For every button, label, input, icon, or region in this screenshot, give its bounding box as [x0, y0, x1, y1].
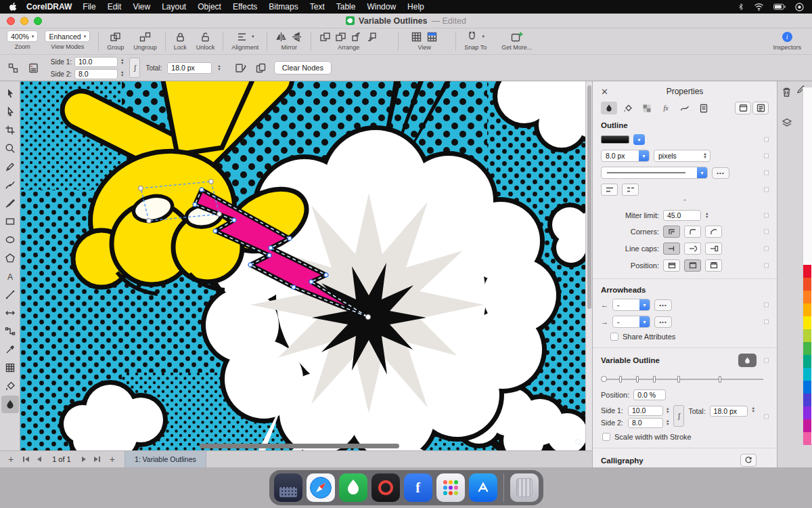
slider-tick[interactable] [653, 376, 656, 383]
menu-bitmaps[interactable]: Bitmaps [269, 2, 298, 12]
mirror-vertical-icon[interactable] [291, 31, 302, 43]
tab-curve[interactable] [677, 102, 693, 114]
wifi-icon[interactable] [754, 3, 764, 11]
ruler-grid-icon[interactable] [426, 31, 438, 43]
miter-limit-input[interactable]: 45.0 [663, 210, 701, 221]
dock-app-store[interactable] [469, 473, 497, 502]
outline-color-swatch[interactable] [601, 135, 629, 144]
vertical-scrollbar[interactable] [585, 81, 592, 450]
slider-tick[interactable] [636, 376, 639, 383]
dock-display-app[interactable] [274, 473, 302, 502]
total-input[interactable]: 18.0 px [167, 62, 212, 74]
vo-side1-input[interactable]: 10.0 [628, 406, 663, 416]
artistic-media-tool[interactable] [1, 194, 19, 212]
row-flag[interactable] [764, 171, 769, 175]
tab-transparency[interactable] [639, 102, 655, 114]
drawing-canvas[interactable] [20, 81, 585, 450]
edit-width-handles-button[interactable] [233, 60, 248, 75]
tab-outline[interactable] [601, 102, 617, 114]
shape-tool[interactable] [1, 103, 19, 121]
next-page-button[interactable] [82, 457, 86, 462]
menu-help[interactable]: Help [407, 2, 424, 12]
row-flag[interactable] [764, 358, 769, 363]
smart-fill-tool[interactable] [1, 377, 19, 395]
zoom-window-button[interactable] [34, 17, 42, 25]
bezier-tool[interactable] [1, 176, 19, 194]
side1-stepper[interactable]: ▲▼ [120, 58, 124, 65]
corner-bevel-button[interactable] [705, 226, 722, 238]
apple-menu-icon[interactable] [8, 2, 17, 12]
color-palette[interactable] [803, 87, 812, 444]
tab-document[interactable] [696, 102, 712, 114]
back-one-icon[interactable] [366, 31, 378, 43]
freehand-tool[interactable] [1, 158, 19, 175]
menu-text[interactable]: Text [310, 2, 325, 12]
slider-tick[interactable] [719, 376, 721, 383]
cap-butt-button[interactable] [663, 242, 680, 255]
palette-color[interactable] [803, 303, 811, 316]
palette-color[interactable] [803, 278, 811, 291]
palette-color[interactable] [803, 381, 811, 394]
ungroup-button[interactable]: Ungroup [133, 30, 157, 51]
variable-outline-toggle-button[interactable] [738, 354, 757, 367]
palette-color[interactable] [803, 316, 811, 329]
grid-icon[interactable] [411, 31, 422, 43]
corner-miter-button[interactable] [663, 226, 680, 238]
dock-safari[interactable] [307, 473, 335, 502]
group-button[interactable]: Group [107, 30, 124, 51]
outline-color-dropdown[interactable]: ▼ [633, 134, 645, 145]
arrow-start-more-button[interactable]: ••• [654, 299, 672, 311]
mesh-fill-tool[interactable] [1, 359, 19, 377]
add-page-after-button[interactable]: + [110, 454, 115, 465]
outline-width-combo[interactable]: 8.0 px▼ [601, 150, 650, 162]
side1-input[interactable]: 10.0 [74, 57, 118, 67]
row-flag[interactable] [764, 263, 769, 268]
position-center-button[interactable] [684, 259, 701, 272]
rectangle-tool[interactable] [1, 213, 19, 230]
menu-effects[interactable]: Effects [233, 2, 257, 12]
bluetooth-icon[interactable] [738, 2, 744, 12]
cap-square-button[interactable] [705, 242, 722, 255]
miter-stepper[interactable]: ▲▼ [705, 212, 708, 219]
corner-round-button[interactable] [684, 226, 701, 238]
palette-color[interactable] [803, 355, 811, 368]
row-flag[interactable] [764, 137, 769, 142]
variable-outline-slider[interactable] [601, 374, 763, 385]
unlock-button[interactable]: Unlock [196, 30, 215, 51]
delete-icon[interactable] [782, 87, 792, 100]
canvas-zoom-icon[interactable] [574, 438, 583, 450]
menu-object[interactable]: Object [198, 2, 221, 12]
polygon-tool[interactable] [1, 249, 19, 267]
arrow-end-more-button[interactable]: ••• [654, 316, 672, 328]
menu-edit[interactable]: Edit [108, 2, 122, 12]
side2-input[interactable]: 8.0 [74, 69, 118, 79]
close-window-button[interactable] [7, 17, 15, 25]
calligraphy-reset-button[interactable] [740, 454, 757, 467]
side2-stepper[interactable]: ▲▼ [120, 70, 124, 77]
dock-photo-paint[interactable] [371, 473, 400, 502]
position-outside-button[interactable] [705, 259, 722, 272]
vo-side2-stepper[interactable]: ▲▼ [666, 419, 669, 426]
lock-button[interactable]: Lock [174, 30, 187, 51]
total-stepper[interactable]: ▲▼ [217, 64, 221, 71]
dock-launchpad[interactable] [436, 473, 465, 502]
control-center-icon[interactable] [795, 3, 804, 12]
dash-align-button[interactable] [622, 184, 639, 196]
panel-options-button[interactable] [752, 102, 769, 114]
dock-coreldraw[interactable] [339, 473, 367, 502]
menu-app-name[interactable]: CorelDRAW [26, 2, 72, 12]
row-flag[interactable] [764, 247, 769, 251]
mirror-horizontal-icon[interactable] [275, 31, 287, 43]
node-grid-button[interactable] [5, 60, 20, 75]
row-flag[interactable] [764, 320, 769, 324]
vo-total-stepper[interactable]: ▲▼ [752, 406, 755, 413]
palette-color[interactable] [803, 419, 811, 432]
menu-layout[interactable]: Layout [162, 2, 186, 12]
palette-color[interactable] [803, 406, 811, 419]
palette-color[interactable] [803, 265, 811, 278]
battery-icon[interactable] [773, 3, 786, 10]
tab-fill[interactable] [620, 102, 636, 114]
menu-window[interactable]: Window [367, 2, 396, 12]
copy-width-button[interactable] [254, 60, 269, 75]
pick-tool[interactable] [1, 85, 19, 102]
